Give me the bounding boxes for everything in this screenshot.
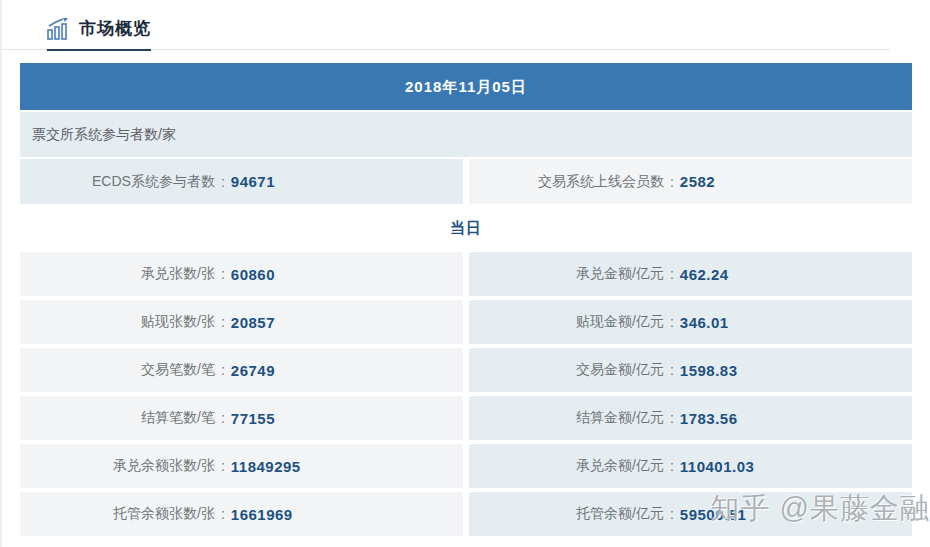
colon-separator: : bbox=[215, 314, 231, 330]
cell-label: 贴现金额/亿元 bbox=[469, 313, 664, 331]
cell-acceptance-amount: 承兑金额/亿元 : 462.24 bbox=[469, 252, 912, 296]
cell-label: 承兑金额/亿元 bbox=[469, 265, 664, 283]
cell-label: 交易系统上线会员数 bbox=[469, 173, 664, 191]
cell-value: 59500.51 bbox=[680, 506, 747, 523]
colon-separator: : bbox=[215, 506, 231, 522]
cell-label: 托管余额/亿元 bbox=[469, 505, 664, 523]
table-row: 贴现张数/张 : 20857 贴现金额/亿元 : 346.01 bbox=[20, 300, 912, 344]
cell-value: 462.24 bbox=[680, 266, 729, 283]
cell-value: 20857 bbox=[231, 314, 275, 331]
cell-custody-balance-count: 托管余额张数/张 : 1661969 bbox=[20, 492, 463, 536]
cell-trade-amount: 交易金额/亿元 : 1598.83 bbox=[469, 348, 912, 392]
tab-market-overview[interactable]: 市场概览 bbox=[47, 17, 151, 51]
cell-value: 60860 bbox=[231, 266, 275, 283]
cell-value: 1598.83 bbox=[680, 362, 738, 379]
colon-separator: : bbox=[215, 458, 231, 474]
colon-separator: : bbox=[664, 410, 680, 426]
cell-value: 346.01 bbox=[680, 314, 729, 331]
cell-label: 承兑张数/张 bbox=[20, 265, 215, 283]
cell-label: 托管余额张数/张 bbox=[20, 505, 215, 523]
cell-value: 110401.03 bbox=[680, 458, 755, 475]
colon-separator: : bbox=[215, 362, 231, 378]
cell-label: 承兑余额张数/张 bbox=[20, 457, 215, 475]
cell-label: 承兑余额/亿元 bbox=[469, 457, 664, 475]
cell-acceptance-balance-count: 承兑余额张数/张 : 11849295 bbox=[20, 444, 463, 488]
cell-value: 77155 bbox=[231, 410, 275, 427]
colon-separator: : bbox=[664, 458, 680, 474]
cell-acceptance-count: 承兑张数/张 : 60860 bbox=[20, 252, 463, 296]
colon-separator: : bbox=[215, 266, 231, 282]
page-header: 市场概览 bbox=[2, 0, 890, 50]
cell-custody-balance-amount: 托管余额/亿元 : 59500.51 bbox=[469, 492, 912, 536]
cell-ecds-participants: ECDS系统参与者数 : 94671 bbox=[20, 159, 463, 204]
page-title: 市场概览 bbox=[79, 17, 151, 40]
table-row: 承兑余额张数/张 : 11849295 承兑余额/亿元 : 110401.03 bbox=[20, 444, 912, 488]
table-row: 交易笔数/笔 : 26749 交易金额/亿元 : 1598.83 bbox=[20, 348, 912, 392]
cell-discount-amount: 贴现金额/亿元 : 346.01 bbox=[469, 300, 912, 344]
colon-separator: : bbox=[664, 362, 680, 378]
cell-discount-count: 贴现张数/张 : 20857 bbox=[20, 300, 463, 344]
cell-label: 结算金额/亿元 bbox=[469, 409, 664, 427]
cell-label: ECDS系统参与者数 bbox=[20, 173, 215, 191]
market-overview-page: 市场概览 2018年11月05日 票交所系统参与者数/家 ECDS系统参与者数 … bbox=[0, 0, 930, 547]
cell-value: 2582 bbox=[680, 173, 715, 190]
participants-header-row: 票交所系统参与者数/家 bbox=[20, 112, 912, 157]
table-row: 承兑张数/张 : 60860 承兑金额/亿元 : 462.24 bbox=[20, 252, 912, 296]
cell-label: 交易笔数/笔 bbox=[20, 361, 215, 379]
cell-value: 1661969 bbox=[231, 506, 293, 523]
bar-chart-icon bbox=[47, 18, 71, 40]
cell-trade-count: 交易笔数/笔 : 26749 bbox=[20, 348, 463, 392]
colon-separator: : bbox=[664, 506, 680, 522]
participants-row: ECDS系统参与者数 : 94671 交易系统上线会员数 : 2582 bbox=[20, 159, 912, 204]
cell-settlement-amount: 结算金额/亿元 : 1783.56 bbox=[469, 396, 912, 440]
cell-acceptance-balance-amount: 承兑余额/亿元 : 110401.03 bbox=[469, 444, 912, 488]
date-banner: 2018年11月05日 bbox=[20, 63, 912, 110]
cell-label: 贴现张数/张 bbox=[20, 313, 215, 331]
cell-label: 交易金额/亿元 bbox=[469, 361, 664, 379]
cell-settlement-count: 结算笔数/笔 : 77155 bbox=[20, 396, 463, 440]
colon-separator: : bbox=[664, 266, 680, 282]
colon-separator: : bbox=[664, 174, 680, 190]
section-title-today: 当日 bbox=[2, 204, 930, 252]
table-row: 结算笔数/笔 : 77155 结算金额/亿元 : 1783.56 bbox=[20, 396, 912, 440]
cell-trading-members: 交易系统上线会员数 : 2582 bbox=[469, 159, 912, 204]
colon-separator: : bbox=[664, 314, 680, 330]
cell-value: 1783.56 bbox=[680, 410, 738, 427]
cell-value: 11849295 bbox=[231, 458, 301, 475]
cell-value: 94671 bbox=[231, 173, 275, 190]
colon-separator: : bbox=[215, 174, 231, 190]
colon-separator: : bbox=[215, 410, 231, 426]
cell-label: 结算笔数/笔 bbox=[20, 409, 215, 427]
cell-value: 26749 bbox=[231, 362, 275, 379]
table-row: 托管余额张数/张 : 1661969 托管余额/亿元 : 59500.51 bbox=[20, 492, 912, 536]
